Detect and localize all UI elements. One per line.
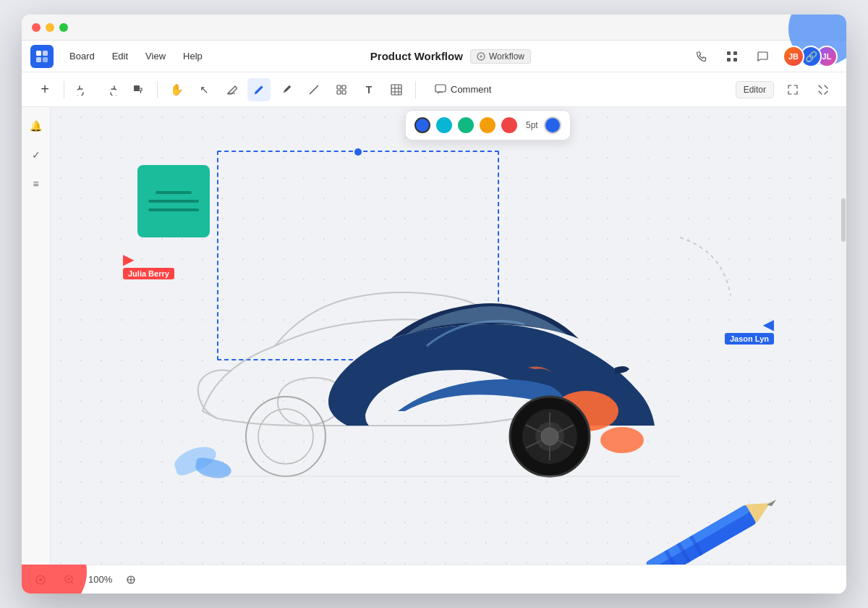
zoom-value: 100% [88, 574, 112, 585]
app-window: Board Edit View Help Product Workflow Wo… [22, 14, 846, 594]
avatar-julia[interactable]: JB [783, 46, 804, 67]
hand-tool[interactable]: ✋ [165, 78, 188, 101]
pen-size-label: 5pt [526, 120, 538, 130]
pen-fill-color[interactable] [544, 117, 561, 134]
comment-button[interactable]: Comment [426, 80, 500, 99]
title-center: Product Workflow Workflow [210, 49, 692, 64]
sep3 [415, 81, 416, 98]
svg-rect-6 [733, 51, 737, 55]
scrollbar-vertical[interactable] [841, 107, 846, 565]
grid-icon[interactable] [722, 46, 742, 67]
pen-color-green[interactable] [458, 117, 474, 133]
pen-tool[interactable] [247, 78, 271, 101]
cursor-button[interactable] [121, 570, 141, 590]
jason-cursor-label: Jason Lyn [725, 333, 774, 345]
menu-items: Board Edit View Help [62, 48, 210, 64]
menu-board[interactable]: Board [62, 48, 102, 64]
eraser-tool[interactable] [220, 78, 243, 101]
workflow-badge[interactable]: Workflow [470, 49, 531, 64]
pen-color-yellow[interactable] [480, 117, 495, 133]
svg-rect-13 [337, 90, 341, 94]
sidebar-check[interactable]: ✓ [26, 145, 46, 165]
svg-rect-2 [36, 57, 41, 62]
select-tool[interactable]: ↖ [192, 78, 216, 101]
svg-rect-0 [36, 51, 41, 56]
close-button[interactable] [32, 23, 41, 32]
comment-label: Comment [451, 84, 491, 95]
svg-rect-7 [727, 58, 731, 62]
minimize-button[interactable] [46, 23, 54, 32]
editor-badge[interactable]: Editor [736, 81, 774, 98]
comment-icon [435, 84, 446, 96]
svg-rect-1 [43, 51, 48, 56]
shape-tool[interactable] [330, 78, 353, 101]
table-tool[interactable] [385, 78, 408, 101]
svg-rect-3 [43, 57, 48, 62]
car-illustration [159, 165, 752, 527]
menu-help[interactable]: Help [176, 48, 210, 64]
svg-rect-14 [342, 90, 346, 94]
chat-icon[interactable] [752, 46, 773, 67]
avatar-group: JB 🔗 JL [783, 46, 838, 67]
svg-rect-15 [391, 85, 401, 95]
collapse-icon[interactable] [812, 78, 835, 101]
menu-edit[interactable]: Edit [105, 48, 135, 64]
sep1 [64, 81, 64, 98]
canvas[interactable]: ▶ Julia Berry ▶ Jason Lyn [51, 107, 846, 565]
menu-right: JB 🔗 JL [692, 46, 838, 67]
undo-button[interactable] [72, 78, 95, 101]
selection-handle[interactable] [354, 148, 362, 156]
svg-point-28 [258, 409, 313, 464]
pen-color-red[interactable] [501, 117, 517, 133]
svg-rect-9 [134, 85, 140, 91]
sep2 [157, 81, 158, 98]
highlighter-tool[interactable] [275, 78, 298, 101]
expand-icon[interactable] [781, 78, 804, 101]
phone-icon[interactable] [692, 46, 712, 67]
text-tool[interactable]: T [357, 78, 380, 101]
svg-rect-20 [435, 85, 446, 92]
pen-color-cyan[interactable] [436, 117, 452, 133]
format-paint-button[interactable] [127, 78, 150, 101]
bottom-bar: 100% [22, 565, 846, 594]
canvas-area: 🔔 ✓ ≡ ▶ Julia Berry ▶ Jason Lyn [22, 107, 846, 565]
svg-rect-5 [727, 51, 731, 55]
julia-cursor-label: Julia Berry [123, 268, 174, 279]
svg-point-32 [541, 428, 558, 445]
julia-cursor-arrow: ▶ [123, 252, 134, 266]
svg-point-22 [600, 427, 644, 453]
sidebar-bell[interactable]: 🔔 [26, 116, 46, 136]
jason-cursor-arrow: ▶ [763, 317, 774, 332]
workflow-badge-label: Workflow [489, 51, 524, 62]
toolbar: + ✋ ↖ T [22, 72, 846, 107]
svg-rect-8 [733, 58, 737, 62]
workflow-icon [477, 52, 485, 61]
svg-rect-12 [342, 85, 346, 89]
pen-color-blue[interactable] [414, 117, 430, 133]
menu-view[interactable]: View [138, 48, 173, 64]
toolbar-right: Editor [736, 78, 835, 101]
left-sidebar: 🔔 ✓ ≡ [22, 107, 51, 565]
doc-title: Product Workflow [370, 50, 463, 62]
add-button[interactable]: + [33, 78, 56, 101]
pen-toolbar: 5pt [405, 110, 571, 140]
sidebar-list[interactable]: ≡ [26, 174, 46, 194]
app-logo[interactable] [30, 45, 54, 68]
svg-line-10 [310, 85, 318, 94]
jason-cursor: ▶ Jason Lyn [725, 317, 774, 345]
redo-button[interactable] [99, 78, 122, 101]
window-controls [32, 23, 68, 32]
line-tool[interactable] [302, 78, 326, 101]
title-bar [22, 14, 846, 41]
julia-cursor: ▶ Julia Berry [123, 252, 174, 279]
menu-bar: Board Edit View Help Product Workflow Wo… [22, 41, 846, 72]
svg-rect-11 [337, 85, 341, 89]
maximize-button[interactable] [59, 23, 68, 32]
scrollbar-thumb[interactable] [841, 198, 846, 242]
